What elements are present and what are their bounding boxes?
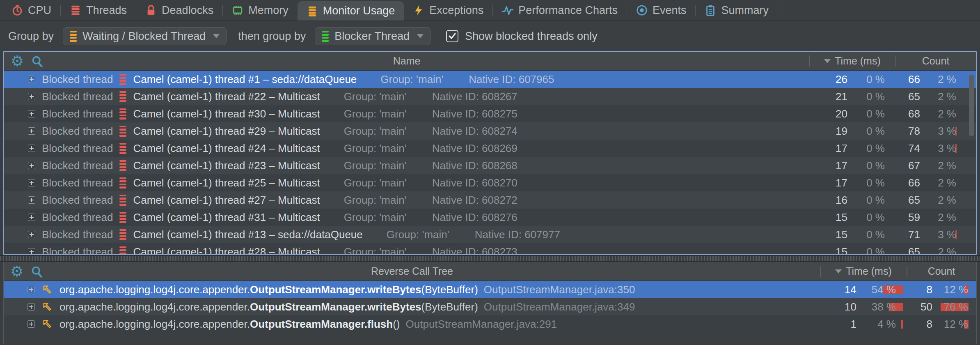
expand-icon[interactable]	[28, 231, 35, 238]
expand-icon[interactable]	[27, 303, 35, 310]
method-args: (ByteBuffer)	[421, 283, 478, 296]
count-percent-cell: 3 %	[924, 125, 960, 138]
table-row[interactable]: Blocked thread Camel (camel-1) thread #2…	[4, 174, 976, 191]
table-row[interactable]: Blocked thread Camel (camel-1) thread #1…	[4, 226, 976, 243]
column-header-count[interactable]: Count	[907, 262, 976, 281]
expand-icon[interactable]	[28, 76, 35, 83]
expand-icon[interactable]	[28, 93, 35, 100]
tab-label: Events	[653, 4, 687, 17]
expand-icon[interactable]	[28, 196, 35, 204]
table-row[interactable]: Blocked thread Camel (camel-1) thread #2…	[4, 140, 976, 157]
time-percent-cell: 4 %	[861, 318, 907, 331]
blocked-thread-label: Blocked thread	[42, 177, 113, 189]
count-percent-value: 2 %	[938, 159, 956, 172]
count-value: 67	[895, 159, 924, 172]
expand-icon[interactable]	[28, 162, 35, 169]
tab-performance-charts[interactable]: Performance Charts	[493, 0, 627, 21]
column-header-time-label: Time (ms)	[835, 55, 881, 67]
thread-name: Camel (camel-1) thread #27 – Multicast	[133, 194, 320, 207]
thread-native-id: Native ID: 608269	[432, 142, 517, 155]
blocked-thread-label: Blocked thread	[42, 211, 113, 224]
time-percent-cell: 0 %	[852, 159, 895, 172]
search-icon[interactable]	[31, 265, 43, 278]
column-header-count[interactable]: Count	[895, 52, 976, 70]
gear-icon[interactable]: ⚙	[11, 54, 24, 69]
table-row[interactable]: Blocked thread Camel (camel-1) thread #1…	[4, 71, 976, 88]
second-grouping-dropdown[interactable]: Blocker Thread	[315, 27, 430, 45]
method-cell: org.apache.logging.log4j.core.appender.O…	[4, 318, 820, 331]
method-args: ()	[393, 318, 400, 330]
count-percent-value: 76 %	[944, 301, 968, 313]
tab-cpu[interactable]: CPU	[2, 0, 60, 21]
time-percent-value: 0 %	[866, 142, 885, 154]
count-percent-cell: 3 %	[924, 142, 960, 155]
tab-exceptions[interactable]: Exceptions	[404, 0, 492, 21]
table-row[interactable]: Blocked thread Camel (camel-1) thread #2…	[4, 88, 976, 105]
thread-name-cell: Blocked thread Camel (camel-1) thread #3…	[4, 108, 809, 120]
thread-native-id: Native ID: 608276	[432, 211, 517, 224]
thread-name-cell: Blocked thread Camel (camel-1) thread #2…	[4, 159, 809, 172]
tab-summary[interactable]: Summary	[696, 0, 778, 21]
checkmark-icon	[448, 32, 456, 40]
table-row[interactable]: Blocked thread Camel (camel-1) thread #3…	[4, 209, 976, 226]
expand-icon[interactable]	[27, 320, 35, 328]
table-row[interactable]: Blocked thread Camel (camel-1) thread #2…	[4, 191, 976, 209]
thread-group: Group: 'main'	[344, 194, 407, 207]
table-row[interactable]: org.apache.logging.log4j.core.appender.O…	[4, 315, 976, 333]
thread-name: Camel (camel-1) thread #23 – Multicast	[133, 159, 320, 172]
expand-icon[interactable]	[28, 127, 35, 135]
thread-state-icon	[119, 160, 126, 171]
table-row[interactable]: org.apache.logging.log4j.core.appender.O…	[4, 298, 976, 315]
chevron-down-icon	[417, 34, 424, 38]
tab-memory[interactable]: Memory	[223, 0, 298, 21]
tab-monitor-usage[interactable]: Monitor Usage	[298, 1, 404, 21]
tab-label: Performance Charts	[518, 4, 618, 17]
tab-label: Exceptions	[429, 4, 483, 17]
table-row[interactable]: Blocked thread Camel (camel-1) thread #2…	[4, 243, 976, 254]
show-blocked-threads-checkbox[interactable]	[446, 30, 458, 42]
class-method-name: OutputStreamManager.flush	[250, 318, 393, 330]
thread-name: Camel (camel-1) thread #30 – Multicast	[133, 108, 320, 120]
vertical-scrollbar[interactable]	[969, 75, 974, 136]
source-file-reference: OutputStreamManager.java:350	[484, 283, 635, 296]
count-percent-cell: 2 %	[924, 194, 960, 207]
expand-icon[interactable]	[27, 286, 35, 293]
tab-events[interactable]: Events	[627, 0, 696, 21]
thread-group: Group: 'main'	[344, 108, 407, 120]
thread-group: Group: 'main'	[344, 246, 407, 255]
search-icon[interactable]	[31, 55, 44, 67]
expand-icon[interactable]	[28, 145, 35, 152]
time-percent-value: 0 %	[866, 73, 885, 85]
monitor-table-body: Blocked thread Camel (camel-1) thread #1…	[4, 71, 976, 254]
blocked-thread-label: Blocked thread	[42, 90, 113, 103]
thread-name: Camel (camel-1) thread #24 – Multicast	[133, 142, 320, 155]
thread-group: Group: 'main'	[344, 211, 407, 224]
blocked-thread-label: Blocked thread	[42, 108, 113, 120]
gear-icon[interactable]: ⚙	[10, 264, 23, 279]
panel-splitter-handle[interactable]	[0, 255, 980, 262]
column-header-reverse-call-tree[interactable]: Reverse Call Tree	[4, 265, 820, 277]
expand-icon[interactable]	[28, 179, 35, 186]
count-percent-cell: 2 %	[924, 159, 960, 172]
tab-deadlocks[interactable]: Deadlocks	[136, 0, 222, 21]
count-percent-value: 2 %	[938, 108, 956, 120]
column-header-time[interactable]: Time (ms)	[809, 52, 895, 70]
expand-icon[interactable]	[28, 214, 35, 221]
count-value: 8	[907, 283, 937, 296]
table-row[interactable]: org.apache.logging.log4j.core.appender.O…	[4, 281, 976, 298]
sort-descending-icon	[824, 59, 831, 63]
count-value: 68	[895, 108, 924, 120]
tab-label: Memory	[248, 4, 289, 17]
table-row[interactable]: Blocked thread Camel (camel-1) thread #2…	[4, 122, 976, 140]
expand-icon[interactable]	[28, 248, 35, 254]
package-name: org.apache.logging.log4j.core.appender.	[60, 318, 250, 330]
tab-threads[interactable]: Threads	[61, 0, 136, 21]
table-row[interactable]: Blocked thread Camel (camel-1) thread #2…	[4, 157, 976, 174]
column-header-name[interactable]: Name	[4, 55, 809, 67]
blocked-thread-label: Blocked thread	[42, 73, 113, 86]
first-grouping-dropdown[interactable]: Waiting / Blocked Thread	[63, 27, 227, 45]
count-value: 74	[895, 142, 924, 155]
column-header-time[interactable]: Time (ms)	[820, 262, 907, 281]
expand-icon[interactable]	[28, 110, 35, 117]
table-row[interactable]: Blocked thread Camel (camel-1) thread #3…	[4, 105, 976, 122]
